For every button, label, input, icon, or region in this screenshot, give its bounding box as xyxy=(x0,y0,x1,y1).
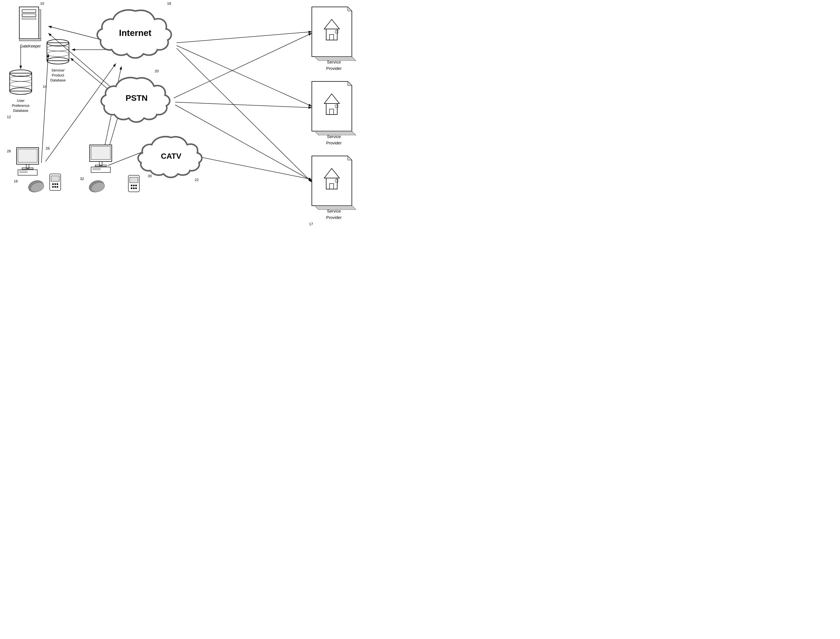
svg-rect-22 xyxy=(22,18,36,19)
mobile-middle: 32 xyxy=(87,176,109,196)
service-product-db-number: 14 xyxy=(43,84,47,89)
computer-left-number-16: 16 xyxy=(14,179,17,183)
svg-line-9 xyxy=(174,33,312,98)
svg-line-7 xyxy=(176,32,312,43)
svg-point-91 xyxy=(133,188,135,189)
mobile-middle-number: 32 xyxy=(80,176,84,181)
user-pref-db-label: UserPreferenceDatabase xyxy=(6,98,36,113)
gatekeeper-number: 10 xyxy=(40,2,44,6)
svg-marker-52 xyxy=(312,156,352,206)
service-product-db-icon: Service/ProductDatabase 14 xyxy=(43,39,73,83)
svg-point-89 xyxy=(135,184,137,186)
svg-line-10 xyxy=(175,102,312,108)
svg-point-79 xyxy=(57,183,58,185)
svg-point-78 xyxy=(54,183,56,185)
svg-point-29 xyxy=(10,81,32,87)
svg-point-90 xyxy=(131,188,132,189)
service-product-db-label: Service/ProductDatabase xyxy=(43,68,73,83)
user-pref-db-icon: UserPreferenceDatabase 12 xyxy=(6,69,36,113)
svg-point-82 xyxy=(57,186,58,188)
svg-marker-45 xyxy=(312,81,352,131)
svg-point-88 xyxy=(133,184,135,186)
svg-point-81 xyxy=(54,186,56,188)
svg-point-34 xyxy=(47,51,69,57)
user-pref-db-number: 12 xyxy=(7,115,11,119)
phone-middle: 30 xyxy=(123,174,145,196)
computer-left: 16 26 28 xyxy=(13,146,46,178)
computer-left-number-28: 28 xyxy=(7,149,11,153)
computer-left-number-26: 26 xyxy=(46,146,50,151)
diagram: GateKeeper 10 UserPreferenceDatabase 12 … xyxy=(0,0,420,320)
svg-text:PSTN: PSTN xyxy=(125,93,148,102)
internet-number: 18 xyxy=(167,2,171,6)
svg-point-87 xyxy=(131,184,132,186)
service-provider-2: ServiceProvider xyxy=(309,80,359,146)
svg-rect-67 xyxy=(91,146,110,159)
svg-rect-76 xyxy=(51,176,59,181)
sp3-label: ServiceProvider xyxy=(309,208,359,221)
svg-marker-38 xyxy=(312,7,352,57)
pstn-number: 20 xyxy=(155,69,159,73)
service-provider-3: ServiceProvider 17 xyxy=(309,154,359,221)
computer-middle xyxy=(86,143,119,175)
svg-point-80 xyxy=(52,186,54,188)
catv-cloud: CATV 22 xyxy=(135,132,207,181)
phone-middle-number: 30 xyxy=(148,174,152,178)
svg-marker-53 xyxy=(348,156,352,160)
svg-marker-46 xyxy=(348,81,352,86)
gatekeeper-icon: GateKeeper 10 xyxy=(15,6,46,48)
svg-marker-39 xyxy=(348,7,352,11)
svg-rect-20 xyxy=(22,10,36,13)
svg-rect-86 xyxy=(130,177,138,183)
service-provider-1: ServiceProvider xyxy=(309,6,359,72)
phone-left xyxy=(44,173,66,194)
svg-rect-24 xyxy=(19,39,41,41)
sp1-label: ServiceProvider xyxy=(309,59,359,72)
svg-rect-60 xyxy=(18,149,37,162)
svg-text:CATV: CATV xyxy=(161,152,181,161)
catv-number: 22 xyxy=(195,178,198,182)
gatekeeper-label: GateKeeper xyxy=(15,44,46,48)
pstn-cloud: PSTN 20 xyxy=(98,73,175,125)
svg-point-77 xyxy=(52,183,54,185)
svg-line-8 xyxy=(176,46,312,106)
svg-rect-21 xyxy=(22,14,36,17)
internet-cloud: Internet 18 xyxy=(94,6,176,62)
svg-point-92 xyxy=(135,188,137,189)
svg-rect-23 xyxy=(39,10,41,39)
sp3-number: 17 xyxy=(309,222,313,226)
svg-text:Internet: Internet xyxy=(119,28,151,38)
sp2-label: ServiceProvider xyxy=(309,134,359,146)
